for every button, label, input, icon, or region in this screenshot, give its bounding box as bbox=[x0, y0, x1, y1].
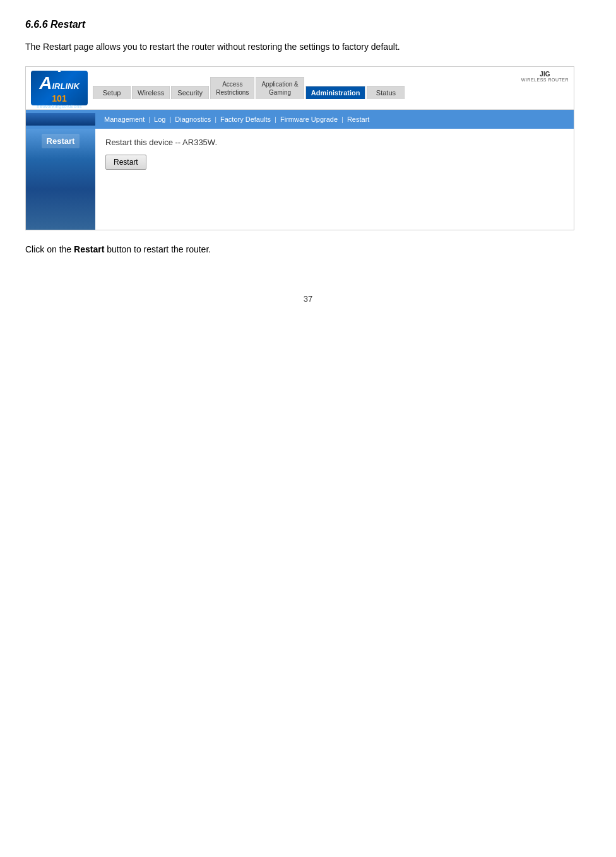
tab-setup[interactable]: Setup bbox=[93, 86, 131, 99]
restart-device-description: Restart this device -- AR335W. bbox=[105, 138, 564, 147]
router-sidebar: Restart bbox=[26, 129, 95, 230]
logo-brand-row: A IRLINK bbox=[39, 73, 80, 93]
nav-tabs-container: Setup Wireless Security AccessRestrictio… bbox=[93, 77, 569, 99]
logo-irlink-text: IRLINK bbox=[52, 81, 79, 91]
logo-101: 101 bbox=[52, 93, 66, 103]
page-number: 37 bbox=[25, 294, 591, 304]
logo-top-line: ▲ bbox=[57, 68, 62, 73]
router-screenshot: ▲ A IRLINK 101 networkingsolutions Setup… bbox=[25, 66, 574, 230]
sub-nav-sep-4: | bbox=[275, 115, 276, 123]
logo-A-letter: A bbox=[39, 73, 52, 93]
jig-subtitle-text: Wireless Router bbox=[521, 78, 569, 82]
sub-nav-sep-2: | bbox=[169, 115, 171, 123]
description-text: The Restart page allows you to restart t… bbox=[25, 40, 591, 54]
restart-button[interactable]: Restart bbox=[105, 155, 146, 170]
logo-tagline: networkingsolutions bbox=[37, 103, 82, 109]
tab-administration[interactable]: Administration bbox=[305, 86, 366, 99]
sub-nav-diagnostics[interactable]: Diagnostics bbox=[171, 114, 215, 124]
sub-nav-items: Management | Log | Diagnostics | Factory… bbox=[95, 114, 373, 124]
sub-nav-sep-3: | bbox=[215, 115, 216, 123]
tab-application-gaming[interactable]: Application &Gaming bbox=[256, 77, 304, 99]
sub-nav-factory-defaults[interactable]: Factory Defaults bbox=[216, 114, 275, 124]
logo-a-prefix: ▲ bbox=[57, 68, 62, 73]
sub-nav: Management | Log | Diagnostics | Factory… bbox=[26, 110, 574, 129]
click-instruction-suffix: button to restart the router. bbox=[104, 244, 211, 254]
jig-logo: JIG Wireless Router bbox=[521, 71, 569, 82]
router-header: ▲ A IRLINK 101 networkingsolutions Setup… bbox=[26, 67, 574, 110]
router-main-content: Restart this device -- AR335W. Restart bbox=[95, 129, 574, 230]
section-title: 6.6.6 Restart bbox=[25, 19, 591, 30]
sub-nav-sep-1: | bbox=[148, 115, 150, 123]
tab-wireless[interactable]: Wireless bbox=[132, 86, 170, 99]
sub-nav-sep-5: | bbox=[341, 115, 343, 123]
tab-status[interactable]: Status bbox=[367, 86, 405, 99]
sub-nav-restart[interactable]: Restart bbox=[343, 114, 373, 124]
sub-nav-management[interactable]: Management bbox=[100, 114, 148, 124]
sub-nav-log[interactable]: Log bbox=[150, 114, 169, 124]
router-content: Restart Restart this device -- AR335W. R… bbox=[26, 129, 574, 230]
tab-access-restrictions[interactable]: AccessRestrictions bbox=[210, 77, 254, 99]
sub-nav-firmware-upgrade[interactable]: Firmware Upgrade bbox=[276, 114, 341, 124]
click-instruction: Click on the Restart button to restart t… bbox=[25, 243, 591, 256]
tab-security[interactable]: Security bbox=[171, 86, 209, 99]
click-instruction-prefix: Click on the bbox=[25, 244, 74, 254]
router-logo: ▲ A IRLINK 101 networkingsolutions bbox=[31, 71, 88, 105]
jig-brand-text: JIG bbox=[521, 71, 569, 78]
sub-nav-logo-area bbox=[26, 113, 95, 126]
sidebar-restart-label: Restart bbox=[42, 134, 80, 148]
click-instruction-bold: Restart bbox=[74, 244, 104, 254]
